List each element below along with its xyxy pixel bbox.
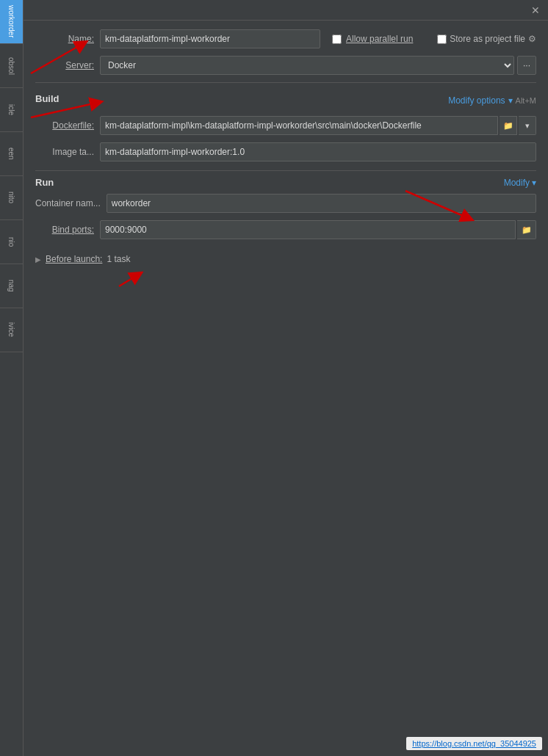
name-label: Name: <box>35 34 94 44</box>
build-header-row: Build Modify options ▾ Alt+M <box>35 90 536 110</box>
bind-ports-input[interactable] <box>100 220 516 239</box>
before-launch-triangle-icon: ▶ <box>35 255 41 263</box>
dockerfile-input[interactable] <box>100 116 498 135</box>
bind-ports-label: Bind ports: <box>35 225 94 235</box>
sidebar-item-ivice[interactable]: ivice <box>0 308 23 352</box>
image-tag-row: Image ta... <box>35 142 536 161</box>
dockerfile-row: Dockerfile: 📁 ▾ <box>35 116 536 135</box>
bind-ports-wrapper: 📁 <box>100 220 536 239</box>
dialog-content: Name: Allow parallel run Store as projec… <box>24 21 548 756</box>
main-dialog: ✕ Name: Allow parallel run Store as proj… <box>24 0 548 756</box>
server-select-wrapper: Docker ··· <box>100 56 536 75</box>
sidebar-item-workorder[interactable]: workorder <box>0 0 23 44</box>
sidebar-item-obsol[interactable]: obsol <box>0 44 23 88</box>
store-project-checkbox[interactable] <box>437 34 447 44</box>
sidebar: workorder obsol icle een nito nio nag iv… <box>0 0 24 756</box>
modify-options-button[interactable]: Modify options ▾ Alt+M <box>448 95 536 106</box>
run-section: Run Modify ▾ Container nam... Bind ports… <box>35 170 536 239</box>
watermark: https://blog.csdn.net/qq_35044925 <box>406 737 542 750</box>
server-row: Server: Docker ··· <box>35 56 536 75</box>
gear-icon[interactable]: ⚙ <box>528 34 536 44</box>
modify-chevron-icon: ▾ <box>532 178 536 188</box>
store-project-row: Store as project file ⚙ <box>437 34 536 44</box>
allow-parallel-checkbox[interactable] <box>332 34 342 44</box>
dockerfile-input-wrapper: 📁 ▾ <box>100 116 536 135</box>
container-name-row: Container nam... <box>35 194 536 213</box>
shortcut-hint: Alt+M <box>516 96 536 105</box>
before-launch-label: Before launch: <box>46 254 102 264</box>
build-section-label: Build <box>35 93 60 104</box>
bind-ports-row: Bind ports: 📁 <box>35 220 536 239</box>
dockerfile-label: Dockerfile: <box>35 120 94 131</box>
server-select[interactable]: Docker <box>100 56 514 75</box>
title-bar: ✕ <box>24 0 548 21</box>
bind-ports-browse-button[interactable]: 📁 <box>517 220 536 239</box>
server-ellipsis-button[interactable]: ··· <box>517 56 536 75</box>
sidebar-item-een[interactable]: een <box>0 132 23 176</box>
container-name-label: Container nam... <box>35 198 101 208</box>
before-launch-row[interactable]: ▶ Before launch: 1 task <box>35 254 536 264</box>
run-section-label: Run <box>35 177 54 188</box>
sidebar-item-nito[interactable]: nito <box>0 176 23 220</box>
sidebar-item-nio[interactable]: nio <box>0 220 23 264</box>
image-tag-label: Image ta... <box>35 147 94 157</box>
dockerfile-dropdown-button[interactable]: ▾ <box>519 116 536 135</box>
store-project-label: Store as project file <box>450 34 525 44</box>
chevron-down-icon: ▾ <box>508 95 513 106</box>
task-count: 1 task <box>107 254 130 264</box>
run-header-row: Run Modify ▾ <box>35 170 536 188</box>
allow-parallel-label: Allow parallel run <box>346 34 413 44</box>
name-input[interactable] <box>100 29 320 48</box>
sidebar-item-icle[interactable]: icle <box>0 88 23 132</box>
sidebar-item-nag[interactable]: nag <box>0 264 23 308</box>
allow-parallel-row: Allow parallel run <box>332 34 413 44</box>
server-label: Server: <box>35 60 94 70</box>
dockerfile-browse-button[interactable]: 📁 <box>500 116 517 135</box>
name-row: Name: Allow parallel run Store as projec… <box>35 29 536 48</box>
close-button[interactable]: ✕ <box>529 4 542 17</box>
container-name-input[interactable] <box>107 194 536 213</box>
modify-button[interactable]: Modify ▾ <box>504 178 536 188</box>
section-separator <box>35 82 536 83</box>
image-tag-input[interactable] <box>100 142 536 161</box>
